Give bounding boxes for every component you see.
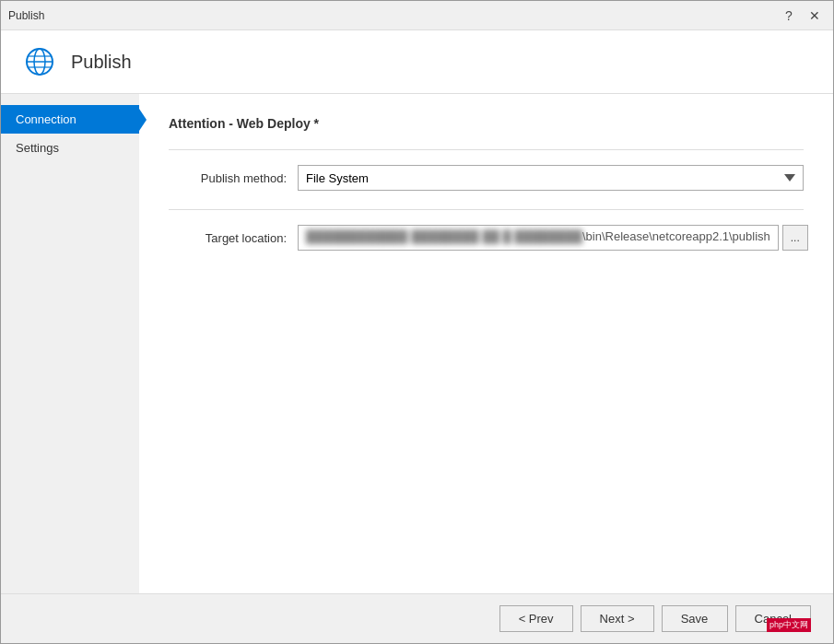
divider-2 bbox=[169, 209, 804, 210]
title-bar: Publish ? ✕ bbox=[1, 1, 833, 30]
cancel-button[interactable]: Cancel bbox=[735, 605, 811, 632]
globe-icon bbox=[23, 45, 56, 78]
publish-method-select[interactable]: File System Web Deploy FTP Folder bbox=[298, 165, 804, 191]
dialog-body: Connection Settings Attention - Web Depl… bbox=[1, 94, 833, 593]
location-suffix: \bin\Release\netcoreapp2.1\publish bbox=[582, 229, 770, 243]
publish-dialog: Publish ? ✕ Publish Connection Setting bbox=[0, 0, 834, 644]
location-row: ████████████ ████████ ██ █ ████████\bin\… bbox=[298, 225, 808, 251]
connection-label: Connection bbox=[16, 112, 76, 126]
save-button[interactable]: Save bbox=[662, 605, 728, 632]
target-location-control: ████████████ ████████ ██ █ ████████\bin\… bbox=[298, 225, 808, 251]
main-content: Attention - Web Deploy * Publish method:… bbox=[139, 94, 833, 593]
blurred-path: ████████████ ████████ ██ █ ████████ bbox=[306, 229, 582, 243]
target-location-row: Target location: ████████████ ████████ █… bbox=[169, 225, 804, 251]
section-title: Attention - Web Deploy * bbox=[169, 116, 804, 131]
sidebar-item-settings[interactable]: Settings bbox=[1, 134, 139, 162]
close-button[interactable]: ✕ bbox=[804, 5, 826, 27]
publish-method-control: File System Web Deploy FTP Folder bbox=[298, 165, 804, 191]
settings-label: Settings bbox=[16, 141, 59, 155]
title-bar-text: Publish bbox=[8, 9, 778, 22]
sidebar: Connection Settings bbox=[1, 94, 139, 593]
help-button[interactable]: ? bbox=[778, 5, 800, 27]
cancel-area: Cancel php中文网 bbox=[735, 605, 811, 632]
divider-1 bbox=[169, 149, 804, 150]
prev-button[interactable]: < Prev bbox=[499, 605, 573, 632]
target-location-input[interactable]: ████████████ ████████ ██ █ ████████\bin\… bbox=[298, 225, 779, 251]
publish-method-label: Publish method: bbox=[169, 171, 298, 185]
title-bar-controls: ? ✕ bbox=[778, 5, 826, 27]
browse-button[interactable]: ... bbox=[782, 225, 808, 251]
next-button[interactable]: Next > bbox=[581, 605, 654, 632]
dialog-title: Publish bbox=[71, 52, 132, 73]
publish-method-row: Publish method: File System Web Deploy F… bbox=[169, 165, 804, 191]
dialog-footer: < Prev Next > Save Cancel php中文网 bbox=[1, 593, 833, 643]
dialog-header: Publish bbox=[1, 30, 833, 94]
sidebar-item-connection[interactable]: Connection bbox=[1, 105, 139, 134]
target-location-label: Target location: bbox=[169, 231, 298, 245]
